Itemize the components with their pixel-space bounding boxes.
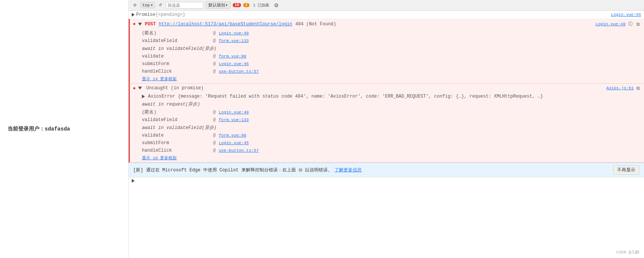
- error1-show-more-row: 显示 14 更多框架: [130, 75, 644, 83]
- error2-stack-row-0: await in request(异步): [130, 100, 644, 108]
- settings-icon-btn[interactable]: ⚙: [273, 2, 280, 9]
- error2-stack-row-4: validate @ form.vue:98: [130, 132, 644, 139]
- axios-error-text: AxiosError {message: 'Request failed wit…: [148, 94, 543, 99]
- error1-method: POST: [145, 22, 156, 27]
- stack-link-5[interactable]: use-button.ts:57: [219, 69, 259, 74]
- current-user-label: 当前登录用户：sdafasda: [8, 126, 121, 132]
- promise-pending-row: Promise {<pending>} Login.vue:55: [129, 11, 644, 19]
- copilot-icon: ⑩: [298, 167, 303, 173]
- error1-info-btn[interactable]: ⓘ: [627, 20, 634, 28]
- stack-link-0[interactable]: Login.vue:49: [219, 31, 249, 36]
- expand-error2-icon[interactable]: [138, 87, 142, 90]
- error2-icon: ●: [133, 85, 136, 91]
- e2-stack-label-3: await in validateField(异步): [142, 124, 216, 131]
- bottom-row: [129, 177, 644, 186]
- stack-label-2: await in validateField(异步): [142, 45, 216, 52]
- error2-header-source: Axios.js:61 ⧉: [606, 85, 641, 91]
- expand-error1-icon[interactable]: [138, 23, 142, 26]
- error1-show-more-link[interactable]: 显示 14 更多框架: [142, 77, 177, 81]
- error2-header-row: ● Uncaught (in promise) Axios.js:61 ⧉: [130, 84, 644, 93]
- error1-icon: ●: [133, 21, 136, 27]
- e2-stack-link-5[interactable]: Login.vue:45: [219, 141, 249, 145]
- promise-pending-text: {<pending>}: [155, 12, 185, 17]
- warn-count-badge: 2: [243, 3, 249, 7]
- axios-error-row: AxiosError {message: 'Request failed wit…: [130, 93, 644, 100]
- error2-show-more-link[interactable]: 显示 10 更多框架: [142, 156, 177, 160]
- error2-stack-row-1: (匿名) @ Login.vue:49: [130, 108, 644, 116]
- e2-stack-link-1[interactable]: Login.vue:49: [219, 110, 249, 115]
- left-panel: 当前登录用户：sdafasda: [0, 0, 129, 258]
- promise-text: Promise: [136, 12, 155, 17]
- watermark: CSDN @几解: [616, 249, 639, 255]
- error-block-2: ● Uncaught (in promise) Axios.js:61 ⧉ Ax…: [129, 84, 644, 163]
- error2-stack-row-5: submitForm @ Login.vue:45: [130, 139, 644, 147]
- e2-stack-link-2[interactable]: form.vue:133: [219, 118, 249, 122]
- bottom-chevron-icon[interactable]: [132, 179, 135, 183]
- e2-stack-label-6: handleClick: [142, 148, 210, 153]
- copilot-text1: [新] 通过在 Microsoft Edge 中使用 Copilot 来解释控制…: [133, 167, 296, 173]
- error1-header-row: ● POST http://localhost:5173/api/baseStu…: [130, 19, 644, 29]
- error1-stack-row-0: (匿名) @ Login.vue:49: [130, 29, 644, 37]
- stack-label-5: handleClick: [142, 69, 210, 74]
- error1-stack-row-5: handleClick @ use-button.ts:57: [130, 68, 644, 75]
- error1-header-source: Login.vue:49 ⓘ ⧉: [596, 20, 641, 28]
- stack-link-4[interactable]: Login.vue:45: [219, 62, 249, 66]
- console-panel: ⊘ top ▾ ↺ 默认级别 ▾ 15 2 1 已隐藏 ⚙ Promise: [129, 0, 644, 258]
- expand-promise-icon[interactable]: [132, 13, 135, 17]
- error1-status: 404 (Not Found): [295, 22, 336, 27]
- stack-label-3: validate: [142, 54, 210, 59]
- e2-stack-label-2: validateField: [142, 117, 210, 123]
- e2-stack-label-4: validate: [142, 133, 210, 138]
- copilot-banner: [新] 通过在 Microsoft Edge 中使用 Copilot 来解释控制…: [129, 163, 644, 177]
- top-dropdown[interactable]: top ▾: [140, 2, 155, 8]
- error-block-1: ● POST http://localhost:5173/api/baseStu…: [129, 19, 644, 84]
- error1-stack-row-4: submitForm @ Login.vue:45: [130, 60, 644, 68]
- e2-stack-label-0: await in request(异步): [142, 101, 210, 107]
- console-toolbar: ⊘ top ▾ ↺ 默认级别 ▾ 15 2 1 已隐藏 ⚙: [129, 0, 644, 11]
- error1-stack-row-3: validate @ form.vue:98: [130, 53, 644, 60]
- no-show-button[interactable]: 不再显示: [613, 165, 639, 175]
- stack-label-1: validateField: [142, 38, 210, 44]
- promise-source-link[interactable]: Login.vue:55: [611, 12, 641, 17]
- e2-stack-label-5: submitForm: [142, 140, 210, 146]
- error1-copy-btn[interactable]: ⧉: [635, 21, 641, 27]
- error2-source-link[interactable]: Axios.js:61: [606, 86, 634, 90]
- error2-stack-row-2: validateField @ form.vue:133: [130, 116, 644, 124]
- filter-input[interactable]: [166, 2, 204, 9]
- stack-link-3[interactable]: form.vue:98: [219, 54, 246, 59]
- info-count-badge: 1 已隐藏: [252, 3, 271, 8]
- stack-label-4: submitForm: [142, 61, 210, 67]
- error2-stack-row-6: handleClick @ use-button.ts:57: [130, 147, 644, 154]
- copilot-learn-more-link[interactable]: 了解更多信息: [334, 167, 362, 173]
- copilot-text2: 以说明错误。: [305, 167, 332, 173]
- error1-source-link[interactable]: Login.vue:49: [596, 22, 625, 26]
- stack-label-0: (匿名): [142, 30, 210, 36]
- error1-stack-row-1: validateField @ form.vue:133: [130, 37, 644, 45]
- e2-stack-link-4[interactable]: form.vue:98: [219, 133, 246, 138]
- error1-stack-row-2: await in validateField(异步): [130, 45, 644, 53]
- refresh-btn[interactable]: ↺: [157, 2, 163, 8]
- error-count-badge: 15: [233, 3, 241, 7]
- error2-stack-row-3: await in validateField(异步): [130, 124, 644, 132]
- stack-link-1[interactable]: form.vue:133: [219, 39, 249, 43]
- error2-copy-btn[interactable]: ⧉: [635, 85, 641, 91]
- console-content: Promise {<pending>} Login.vue:55 ● POST …: [129, 11, 644, 258]
- e2-stack-label-1: (匿名): [142, 109, 210, 115]
- e2-stack-link-6[interactable]: use-button.ts:57: [219, 148, 259, 153]
- error2-title: Uncaught (in promise): [146, 85, 204, 91]
- error2-show-more-row: 显示 10 更多框架: [130, 154, 644, 162]
- error1-url[interactable]: http://localhost:5173/api/baseStudentCou…: [159, 22, 292, 27]
- back-btn[interactable]: ⊘: [132, 2, 138, 8]
- expand-axios-icon[interactable]: [142, 95, 145, 98]
- severity-dropdown[interactable]: 默认级别 ▾: [206, 2, 230, 9]
